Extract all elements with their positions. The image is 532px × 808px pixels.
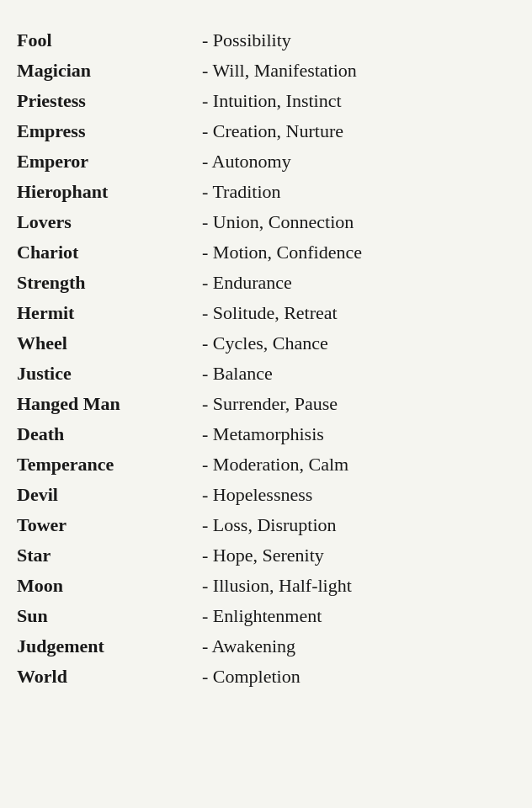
card-name: Tower xyxy=(17,514,202,536)
card-name: Wheel xyxy=(17,332,202,354)
card-meaning: - Hopelessness xyxy=(202,484,312,506)
card-meaning: - Moderation, Calm xyxy=(202,454,348,476)
card-name: Devil xyxy=(17,484,202,506)
tarot-row: Judgement- Awakening xyxy=(17,631,498,662)
card-meaning: - Will, Manifestation xyxy=(202,60,357,82)
tarot-row: Magician- Will, Manifestation xyxy=(17,56,498,86)
card-name: World xyxy=(17,666,202,688)
card-name: Sun xyxy=(17,605,202,627)
card-name: Priestess xyxy=(17,90,202,112)
card-name: Fool xyxy=(17,29,202,51)
card-meaning: - Cycles, Chance xyxy=(202,332,328,354)
tarot-row: Hermit- Solitude, Retreat xyxy=(17,298,498,328)
card-name: Hierophant xyxy=(17,181,202,203)
card-meaning: - Hope, Serenity xyxy=(202,545,324,566)
card-meaning: - Loss, Disruption xyxy=(202,514,337,536)
tarot-row: Tower- Loss, Disruption xyxy=(17,510,498,540)
card-meaning: - Balance xyxy=(202,363,273,385)
tarot-row: Death- Metamorphisis xyxy=(17,419,498,449)
card-meaning: - Union, Connection xyxy=(202,211,354,233)
card-name: Hermit xyxy=(17,302,202,324)
tarot-row: Chariot- Motion, Confidence xyxy=(17,237,498,268)
card-name: Judgement xyxy=(17,635,202,657)
tarot-list: Fool- PossibilityMagician- Will, Manifes… xyxy=(17,25,498,692)
tarot-row: Devil- Hopelessness xyxy=(17,480,498,510)
card-name: Moon xyxy=(17,575,202,597)
card-meaning: - Motion, Confidence xyxy=(202,242,362,263)
tarot-row: Star- Hope, Serenity xyxy=(17,540,498,571)
tarot-row: Wheel- Cycles, Chance xyxy=(17,328,498,359)
tarot-row: Temperance- Moderation, Calm xyxy=(17,449,498,480)
card-name: Lovers xyxy=(17,211,202,233)
card-meaning: - Endurance xyxy=(202,272,292,294)
card-name: Empress xyxy=(17,120,202,142)
card-meaning: - Metamorphisis xyxy=(202,423,324,445)
tarot-row: Priestess- Intuition, Instinct xyxy=(17,86,498,116)
card-meaning: - Completion xyxy=(202,666,301,688)
card-meaning: - Awakening xyxy=(202,635,295,657)
card-name: Emperor xyxy=(17,151,202,173)
card-meaning: - Solitude, Retreat xyxy=(202,302,338,324)
card-meaning: - Tradition xyxy=(202,181,281,203)
card-name: Strength xyxy=(17,272,202,294)
card-meaning: - Enlightenment xyxy=(202,605,322,627)
card-meaning: - Possibility xyxy=(202,29,291,51)
tarot-row: Fool- Possibility xyxy=(17,25,498,56)
tarot-row: Emperor- Autonomy xyxy=(17,146,498,177)
tarot-row: Strength- Endurance xyxy=(17,268,498,298)
tarot-row: Moon- Illusion, Half-light xyxy=(17,571,498,601)
tarot-row: Sun- Enlightenment xyxy=(17,601,498,631)
card-meaning: - Autonomy xyxy=(202,151,291,173)
tarot-row: Lovers- Union, Connection xyxy=(17,207,498,237)
card-name: Justice xyxy=(17,363,202,385)
card-name: Chariot xyxy=(17,242,202,263)
card-meaning: - Surrender, Pause xyxy=(202,393,338,415)
tarot-row: World- Completion xyxy=(17,662,498,692)
card-name: Death xyxy=(17,423,202,445)
tarot-row: Empress- Creation, Nurture xyxy=(17,116,498,146)
card-meaning: - Intuition, Instinct xyxy=(202,90,342,112)
card-name: Hanged Man xyxy=(17,393,202,415)
card-name: Temperance xyxy=(17,454,202,476)
tarot-row: Hierophant- Tradition xyxy=(17,177,498,207)
tarot-row: Justice- Balance xyxy=(17,359,498,389)
card-meaning: - Illusion, Half-light xyxy=(202,575,352,597)
card-meaning: - Creation, Nurture xyxy=(202,120,343,142)
card-name: Star xyxy=(17,545,202,566)
card-name: Magician xyxy=(17,60,202,82)
tarot-row: Hanged Man- Surrender, Pause xyxy=(17,389,498,419)
